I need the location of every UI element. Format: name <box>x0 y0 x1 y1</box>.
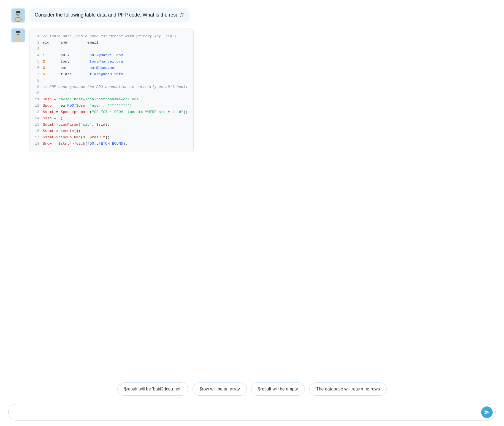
svg-point-4 <box>15 18 21 21</box>
code-line-18: 18 $row = $stmt->fetch(PDO::FETCH_BOUND)… <box>35 141 188 147</box>
question-text: Consider the following table data and PH… <box>35 12 184 18</box>
option-4-button[interactable]: The database will return no rows <box>309 382 387 396</box>
code-line-6: 6 3 bat bat@dceu.net <box>35 65 188 71</box>
option-2-button[interactable]: $row will be an array <box>193 382 247 396</box>
answer-options: $result will be 'bat@dceu.net' $row will… <box>0 377 504 401</box>
code-line-10: 10 -------------------------------------… <box>35 90 188 96</box>
code-line-7: 7 5 flash flash@dceu.info <box>35 71 188 78</box>
code-line-13: 13 $stmt = $pdo->prepare("SELECT * FROM … <box>35 109 188 115</box>
send-icon <box>484 409 490 415</box>
code-line-15: 15 $stmt->bindParam('sid', $sid); <box>35 122 188 128</box>
code-line-12: 12 $pdo = new PDO($dsn, 'user', '*******… <box>35 103 188 109</box>
code-line-9: 9 // PHP code (assume the PDO connection… <box>35 84 188 90</box>
code-block: 1 // Table data (table name "students" w… <box>29 28 194 152</box>
code-line-14: 14 $sid = 3; <box>35 115 188 122</box>
chat-input[interactable] <box>14 410 481 415</box>
code-line-8: 8 <box>35 78 188 84</box>
send-button[interactable] <box>481 406 493 418</box>
question-bubble: Consider the following table data and PH… <box>29 8 189 22</box>
svg-point-5 <box>17 13 17 14</box>
svg-point-6 <box>19 13 20 14</box>
svg-point-9 <box>15 37 21 41</box>
assistant-avatar <box>11 28 25 42</box>
code-line-5: 5 2 tony tony@marvel.org <box>35 59 188 65</box>
code-line-17: 17 $stmt->bindColumn(3, $result); <box>35 134 188 141</box>
code-line-16: 16 $stmt->execute(); <box>35 128 188 134</box>
code-line-2: 2 sid name email <box>35 40 188 46</box>
chat-container: Consider the following table data and PH… <box>0 0 504 377</box>
option-1-button[interactable]: $result will be 'bat@dceu.net' <box>117 382 188 396</box>
svg-point-11 <box>19 33 20 33</box>
user-avatar <box>11 8 25 23</box>
code-line-1: 1 // Table data (table name "students" w… <box>35 33 188 40</box>
code-row: 1 // Table data (table name "students" w… <box>11 28 493 152</box>
option-3-button[interactable]: $result will be empty <box>251 382 305 396</box>
code-line-11: 11 $dsn = 'mysql:host=localhost;dbname=c… <box>35 96 188 103</box>
svg-point-10 <box>17 33 17 33</box>
question-row: Consider the following table data and PH… <box>11 8 493 23</box>
code-line-3: 3 ------- ------------ -----------------… <box>35 46 188 52</box>
code-line-4: 4 1 hulk hulk@marvel.com <box>35 52 188 59</box>
input-bar <box>8 404 496 420</box>
